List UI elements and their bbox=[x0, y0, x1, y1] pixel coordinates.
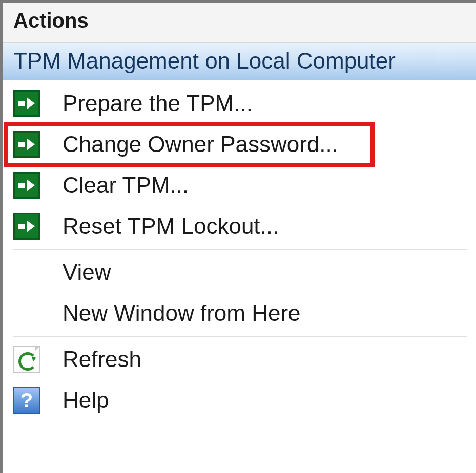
blank-icon bbox=[13, 259, 40, 286]
action-list: Prepare the TPM... Change Owner Password… bbox=[3, 80, 476, 421]
action-label: New Window from Here bbox=[63, 300, 301, 326]
refresh-icon bbox=[13, 346, 40, 373]
panel-title-text: Actions bbox=[13, 9, 89, 32]
action-refresh[interactable]: Refresh bbox=[3, 339, 476, 380]
divider bbox=[13, 249, 467, 250]
actions-panel: Actions TPM Management on Local Computer… bbox=[0, 0, 476, 473]
action-label: Prepare the TPM... bbox=[63, 91, 253, 116]
action-label: View bbox=[63, 260, 111, 285]
arrow-icon bbox=[13, 172, 40, 199]
arrow-icon bbox=[13, 213, 40, 240]
action-label: Change Owner Password... bbox=[63, 132, 338, 157]
action-label: Refresh bbox=[63, 347, 141, 372]
action-label: Help bbox=[63, 388, 109, 413]
action-clear-tpm[interactable]: Clear TPM... bbox=[3, 165, 476, 206]
action-label: Reset TPM Lockout... bbox=[63, 213, 279, 239]
section-title: TPM Management on Local Computer bbox=[3, 42, 476, 80]
blank-icon bbox=[13, 300, 40, 327]
action-help[interactable]: ? Help bbox=[3, 380, 476, 421]
action-reset-tpm-lockout[interactable]: Reset TPM Lockout... bbox=[3, 206, 476, 247]
arrow-icon bbox=[13, 131, 40, 158]
action-prepare-tpm[interactable]: Prepare the TPM... bbox=[3, 83, 476, 124]
action-change-owner-password[interactable]: Change Owner Password... bbox=[3, 124, 476, 165]
section-title-text: TPM Management on Local Computer bbox=[13, 48, 396, 73]
panel-title: Actions bbox=[3, 3, 476, 42]
divider bbox=[13, 336, 467, 337]
arrow-icon bbox=[13, 90, 40, 117]
action-label: Clear TPM... bbox=[63, 173, 189, 198]
action-view[interactable]: View bbox=[3, 252, 476, 293]
action-new-window-from-here[interactable]: New Window from Here bbox=[3, 293, 476, 334]
help-icon: ? bbox=[13, 387, 40, 414]
